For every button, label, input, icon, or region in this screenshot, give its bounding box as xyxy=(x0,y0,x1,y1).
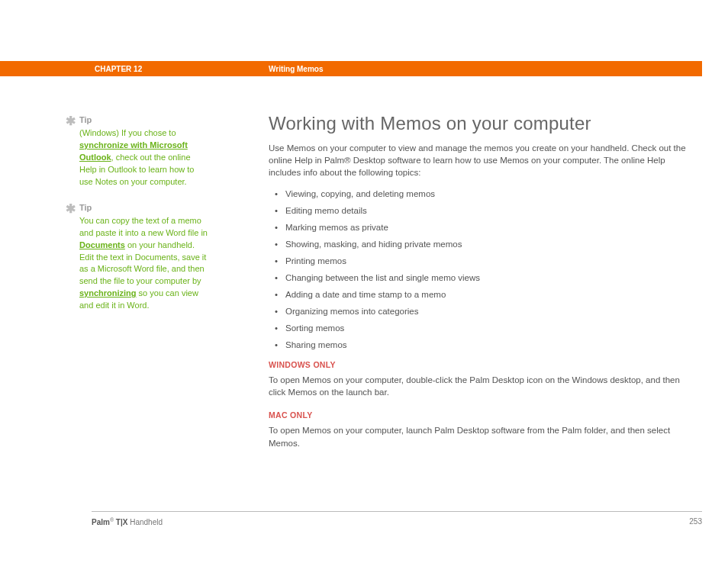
mac-body: To open Memos on your computer, launch P… xyxy=(269,424,696,449)
windows-body: To open Memos on your computer, double-c… xyxy=(269,374,696,398)
tip-text: (Windows) If you chose to xyxy=(79,128,176,137)
list-item: Organizing memos into categories xyxy=(278,307,696,316)
section-label: Writing Memos xyxy=(269,65,323,73)
list-item: Viewing, copying, and deleting memos xyxy=(278,189,696,198)
asterisk-icon: ✱ xyxy=(66,204,79,214)
product-tail: Handheld xyxy=(127,518,163,526)
tip-body: You can copy the text of a memo and past… xyxy=(79,215,208,313)
tip-text: You can copy the text of a memo and past… xyxy=(79,216,208,237)
tip-1: ✱ Tip (Windows) If you chose to synchron… xyxy=(79,114,208,188)
footer: Palm® T|X Handheld 253 xyxy=(92,517,702,526)
product-bold: Palm xyxy=(92,518,110,526)
product-name: Palm® T|X Handheld xyxy=(92,517,163,526)
documents-link[interactable]: Documents xyxy=(79,240,125,249)
list-item: Editing memo details xyxy=(278,206,696,215)
list-item: Changing between the list and single mem… xyxy=(278,273,696,282)
list-item: Sorting memos xyxy=(278,323,696,333)
chapter-label: CHAPTER 12 xyxy=(95,65,269,73)
tip-body: (Windows) If you chose to synchronize wi… xyxy=(79,127,208,188)
intro-paragraph: Use Memos on your computer to view and m… xyxy=(269,142,696,179)
list-item: Adding a date and time stamp to a memo xyxy=(278,290,696,299)
list-item: Showing, masking, and hiding private mem… xyxy=(278,240,696,249)
windows-only-heading: WINDOWS ONLY xyxy=(269,360,696,369)
list-item: Printing memos xyxy=(278,256,696,265)
header-bar: CHAPTER 12 Writing Memos xyxy=(0,61,702,76)
footer-divider xyxy=(92,511,702,512)
product-mid: T|X xyxy=(114,518,127,526)
tips-sidebar: ✱ Tip (Windows) If you chose to synchron… xyxy=(79,114,208,326)
main-content: Working with Memos on your computer Use … xyxy=(269,113,696,462)
asterisk-icon: ✱ xyxy=(66,117,79,126)
page-title: Working with Memos on your computer xyxy=(269,113,696,134)
tip-2: ✱ Tip You can copy the text of a memo an… xyxy=(79,202,208,313)
mac-only-heading: MAC ONLY xyxy=(269,410,696,420)
page-number: 253 xyxy=(689,517,702,526)
synchronizing-link[interactable]: synchronizing xyxy=(79,288,137,298)
tip-label: Tip xyxy=(79,115,92,124)
topic-list: Viewing, copying, and deleting memos Edi… xyxy=(278,189,696,349)
list-item: Sharing memos xyxy=(278,340,696,349)
tip-label: Tip xyxy=(79,203,92,212)
list-item: Marking memos as private xyxy=(278,223,696,232)
